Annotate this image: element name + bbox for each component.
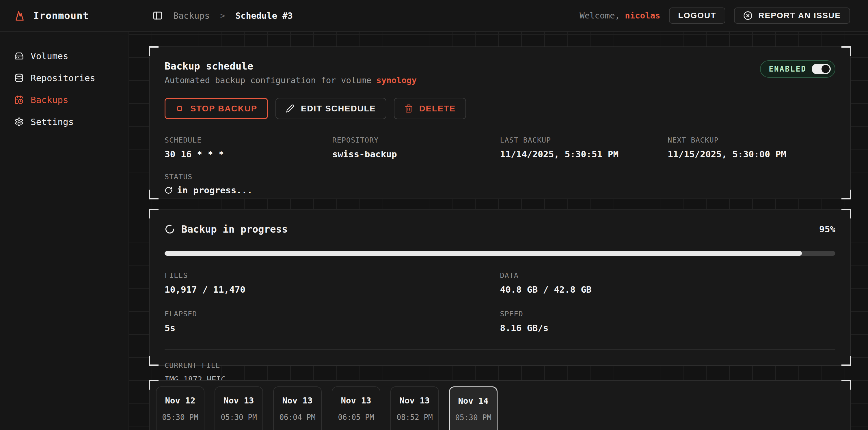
volume-name: synology (376, 75, 417, 85)
sidebar-item-label: Repositories (31, 73, 95, 83)
backup-progress-card: Backup in progress 95% FILES 10,917 / 11… (149, 209, 851, 366)
hard-drive-icon (14, 52, 24, 61)
logout-button[interactable]: LOGOUT (669, 7, 726, 24)
breadcrumb-backups[interactable]: Backups (173, 11, 210, 21)
progress-title: Backup in progress (181, 223, 288, 235)
welcome-text: Welcome, nicolas (580, 11, 660, 21)
report-issue-label: REPORT AN ISSUE (758, 11, 841, 20)
sidebar-item-repositories[interactable]: Repositories (0, 67, 128, 89)
sidebar-item-backups[interactable]: Backups (0, 89, 128, 111)
snapshot-tile-selected[interactable]: Nov 14 05:30 PM 92.2 GB (449, 387, 498, 430)
corner-bracket (841, 209, 851, 219)
database-icon (14, 73, 24, 82)
stop-backup-button[interactable]: STOP BACKUP (164, 98, 268, 119)
corner-bracket (149, 356, 158, 366)
progress-stats: FILES 10,917 / 11,470 DATA 40.8 GB / 42.… (164, 271, 835, 333)
snapshot-time: 06:05 PM (332, 413, 380, 422)
top-bar: Ironmount Backups > Schedule #3 Welcome,… (0, 0, 868, 32)
breadcrumb: Backups > Schedule #3 (152, 10, 293, 21)
corner-bracket (841, 46, 851, 56)
sidebar-toggle-icon[interactable] (152, 10, 163, 21)
gear-icon (14, 117, 24, 126)
corner-bracket (841, 380, 851, 390)
sidebar: Volumes Repositories Backups Settings (0, 32, 128, 430)
snapshot-date: Nov 13 (391, 396, 438, 405)
snapshot-date: Nov 13 (332, 396, 380, 405)
edit-schedule-button[interactable]: EDIT SCHEDULE (276, 98, 386, 119)
app-title: Ironmount (33, 10, 89, 21)
snapshot-date: Nov 14 (450, 396, 497, 406)
report-issue-button[interactable]: REPORT AN ISSUE (734, 7, 850, 24)
progress-bar-track (164, 251, 835, 256)
snapshot-tile[interactable]: Nov 13 05:30 PM 92.2 GB (215, 387, 263, 430)
logout-label: LOGOUT (678, 11, 716, 20)
field-schedule: SCHEDULE 30 16 * * * (164, 136, 332, 159)
field-value: 11/14/2025, 5:30:51 PM (500, 149, 668, 159)
snapshot-time: 05:30 PM (156, 413, 204, 422)
welcome-prefix: Welcome, (580, 11, 620, 21)
stat-value: 5s (164, 323, 500, 333)
current-file-label: CURRENT FILE (164, 361, 835, 370)
snapshot-list: Nov 12 05:30 PM 92.2 GB Nov 13 05:30 PM … (156, 387, 844, 430)
stat-speed: SPEED 8.16 GB/s (500, 310, 836, 333)
field-value: swiss-backup (332, 149, 500, 159)
backup-schedule-card: Backup schedule Automated backup configu… (149, 46, 851, 199)
snapshot-date: Nov 12 (156, 396, 204, 405)
enabled-toggle[interactable]: ENABLED (760, 60, 835, 78)
stat-files: FILES 10,917 / 11,470 (164, 271, 500, 295)
progress-percent: 95% (819, 224, 835, 234)
field-repository: REPOSITORY swiss-backup (332, 136, 500, 159)
enabled-label: ENABLED (769, 65, 806, 73)
card-subtitle: Automated backup configuration for volum… (164, 75, 417, 85)
snapshots-card: Nov 12 05:30 PM 92.2 GB Nov 13 05:30 PM … (149, 380, 851, 430)
toggle-knob (821, 64, 830, 74)
corner-bracket (841, 190, 851, 199)
card-title: Backup schedule (164, 60, 417, 72)
breadcrumb-current: Schedule #3 (235, 11, 293, 21)
toggle-switch[interactable] (812, 64, 831, 74)
calendar-clock-icon (14, 95, 24, 104)
snapshot-date: Nov 13 (274, 396, 321, 405)
loader-spinner-icon (164, 224, 175, 234)
field-value: 11/15/2025, 5:30:00 PM (668, 149, 835, 159)
edit-schedule-label: EDIT SCHEDULE (301, 104, 376, 113)
brand: Ironmount (13, 9, 89, 22)
divider (164, 349, 835, 350)
stat-label: SPEED (500, 310, 836, 318)
snapshot-tile[interactable]: Nov 13 08:52 PM 92.2 GB (391, 387, 439, 430)
username: nicolas (625, 11, 660, 21)
subtitle-text: Automated backup configuration for volum… (164, 75, 371, 85)
snapshot-date: Nov 13 (215, 396, 262, 405)
field-last-backup: LAST BACKUP 11/14/2025, 5:30:51 PM (500, 136, 668, 159)
delete-button[interactable]: DELETE (394, 98, 466, 119)
sidebar-item-volumes[interactable]: Volumes (0, 45, 128, 67)
sidebar-item-label: Backups (31, 95, 68, 105)
schedule-fields: SCHEDULE 30 16 * * * REPOSITORY swiss-ba… (164, 136, 835, 159)
status-value: in progress... (177, 185, 252, 195)
corner-bracket (149, 46, 158, 56)
main-content: Backup schedule Automated backup configu… (129, 32, 868, 430)
ironmount-logo-icon (13, 9, 26, 22)
status-label: STATUS (164, 173, 835, 181)
stat-value: 40.8 GB / 42.8 GB (500, 284, 836, 295)
progress-bar-fill (164, 251, 802, 256)
stat-label: ELAPSED (164, 310, 500, 318)
field-next-backup: NEXT BACKUP 11/15/2025, 5:30:00 PM (668, 136, 835, 159)
snapshot-time: 06:04 PM (274, 413, 321, 422)
sidebar-item-label: Settings (31, 117, 74, 127)
circle-x-icon (743, 11, 752, 20)
snapshot-tile[interactable]: Nov 13 06:05 PM 92.2 GB (332, 387, 380, 430)
trash-icon (404, 104, 413, 113)
field-label: SCHEDULE (164, 136, 332, 144)
snapshot-tile[interactable]: Nov 12 05:30 PM 92.2 GB (156, 387, 205, 430)
snapshot-tile[interactable]: Nov 13 06:04 PM 92.2 GB (273, 387, 322, 430)
breadcrumb-separator: > (220, 11, 225, 21)
stop-square-icon (175, 104, 184, 113)
sidebar-item-settings[interactable]: Settings (0, 111, 128, 133)
field-label: NEXT BACKUP (668, 136, 835, 144)
rotate-cw-icon (164, 187, 173, 194)
stat-elapsed: ELAPSED 5s (164, 310, 500, 333)
corner-bracket (841, 356, 851, 366)
stat-data: DATA 40.8 GB / 42.8 GB (500, 271, 836, 295)
snapshot-time: 05:30 PM (215, 413, 262, 422)
